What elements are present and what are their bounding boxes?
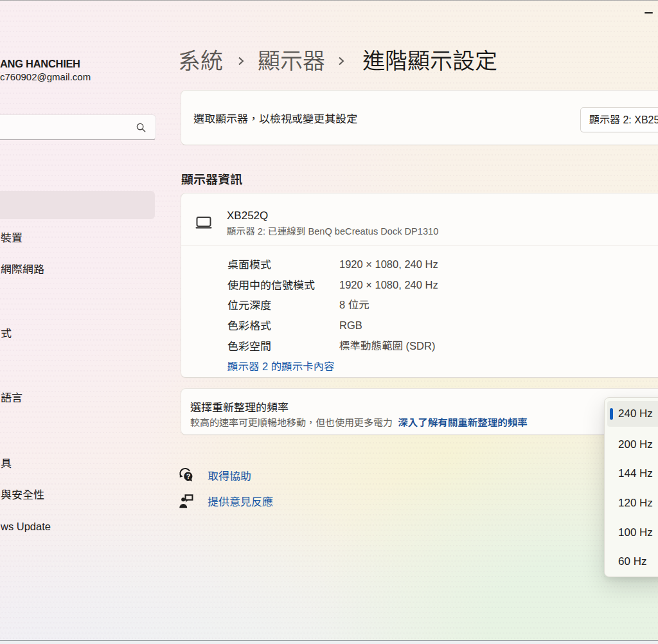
svg-text:?: ? xyxy=(186,472,191,480)
